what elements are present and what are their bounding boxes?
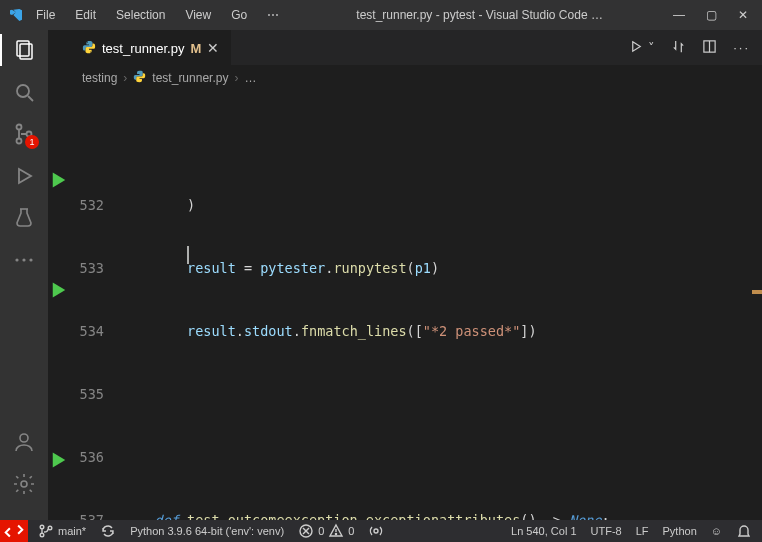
breadcrumb[interactable]: testing › test_runner.py › …: [70, 66, 762, 90]
warning-count: 0: [348, 525, 354, 537]
tab-modified-marker: M: [190, 41, 201, 56]
svg-point-9: [15, 258, 18, 261]
run-debug-icon[interactable]: [12, 164, 36, 188]
broadcast-icon: [368, 523, 384, 539]
line-number: 535: [70, 384, 122, 405]
svg-marker-16: [53, 453, 66, 468]
breadcrumb-file[interactable]: test_runner.py: [152, 71, 228, 85]
svg-marker-7: [19, 169, 31, 183]
tab-bar: test_runner.py M ✕ ˅ ···: [70, 30, 762, 66]
editor-tab[interactable]: test_runner.py M ✕: [70, 30, 231, 65]
svg-point-5: [17, 139, 22, 144]
live-share[interactable]: [368, 523, 384, 539]
window-controls: — ▢ ✕: [672, 8, 754, 22]
menu-selection[interactable]: Selection: [108, 4, 173, 26]
tab-close-button[interactable]: ✕: [207, 40, 219, 56]
window-title: test_runner.py - pytest - Visual Studio …: [291, 8, 668, 22]
line-number: 533: [70, 258, 122, 279]
menu-view[interactable]: View: [177, 4, 219, 26]
svg-point-11: [29, 258, 32, 261]
editor-actions: ˅ ···: [629, 30, 762, 65]
eol[interactable]: LF: [636, 525, 649, 537]
minimize-button[interactable]: —: [672, 8, 686, 22]
breadcrumb-folder[interactable]: testing: [82, 71, 117, 85]
svg-point-2: [17, 85, 29, 97]
svg-marker-14: [53, 173, 66, 188]
cursor-position[interactable]: Ln 540, Col 1: [511, 525, 576, 537]
scm-badge: 1: [25, 135, 39, 149]
search-icon[interactable]: [12, 80, 36, 104]
svg-point-10: [22, 258, 25, 261]
error-count: 0: [318, 525, 324, 537]
language-mode[interactable]: Python: [663, 525, 697, 537]
titlebar: File Edit Selection View Go ⋯ test_runne…: [0, 0, 762, 30]
branch-icon: [38, 523, 54, 539]
more-icon[interactable]: [12, 248, 36, 272]
svg-point-21: [40, 533, 44, 537]
interpreter[interactable]: Python 3.9.6 64-bit ('env': venv): [130, 525, 284, 537]
run-test-glyph[interactable]: [49, 280, 69, 300]
run-dropdown-icon[interactable]: ˅: [648, 40, 655, 55]
run-test-glyph[interactable]: [49, 170, 69, 190]
remote-indicator[interactable]: [0, 520, 28, 542]
menu-go[interactable]: Go: [223, 4, 255, 26]
breadcrumb-more[interactable]: …: [244, 71, 256, 85]
testing-icon[interactable]: [12, 206, 36, 230]
minimap-marker: [752, 290, 762, 294]
diff-icon[interactable]: [671, 39, 686, 57]
explorer-icon[interactable]: [12, 38, 36, 62]
menu-more[interactable]: ⋯: [259, 4, 287, 26]
settings-gear-icon[interactable]: [12, 472, 36, 496]
notifications-icon[interactable]: [736, 523, 752, 539]
close-window-button[interactable]: ✕: [736, 8, 750, 22]
maximize-button[interactable]: ▢: [704, 8, 718, 22]
line-number: 532: [70, 195, 122, 216]
code-editor[interactable]: 532 ) 533 result = pytester.runpytest(p1…: [70, 90, 762, 520]
svg-point-28: [374, 529, 378, 533]
tab-filename: test_runner.py: [102, 41, 184, 56]
svg-marker-17: [633, 41, 641, 50]
sync-button[interactable]: [100, 523, 116, 539]
svg-point-20: [40, 525, 44, 529]
branch-label: main*: [58, 525, 86, 537]
svg-point-27: [336, 533, 337, 534]
text-cursor: [187, 246, 189, 264]
python-file-icon: [82, 40, 96, 57]
editor-area: test_runner.py M ✕ ˅ ··· testing: [70, 30, 762, 520]
svg-line-3: [28, 96, 33, 101]
error-icon: [298, 523, 314, 539]
more-actions-icon[interactable]: ···: [733, 40, 750, 55]
minimap[interactable]: [752, 90, 762, 520]
sync-icon: [100, 523, 116, 539]
svg-point-22: [48, 526, 52, 530]
svg-point-12: [20, 434, 28, 442]
breadcrumb-sep-icon: ›: [123, 71, 127, 85]
accounts-icon[interactable]: [12, 430, 36, 454]
run-gutter: [48, 30, 70, 520]
svg-marker-15: [53, 283, 66, 298]
warning-icon: [328, 523, 344, 539]
run-file-button[interactable]: [629, 39, 644, 57]
vscode-logo-icon: [8, 7, 24, 23]
menu-file[interactable]: File: [28, 4, 63, 26]
split-editor-icon[interactable]: [702, 39, 717, 57]
menu-edit[interactable]: Edit: [67, 4, 104, 26]
line-number: 537: [70, 510, 122, 520]
problems[interactable]: 0 0: [298, 523, 354, 539]
source-control-icon[interactable]: 1: [12, 122, 36, 146]
feedback-icon[interactable]: ☺: [711, 525, 722, 537]
status-bar: main* Python 3.9.6 64-bit ('env': venv) …: [0, 520, 762, 542]
run-test-glyph[interactable]: [49, 450, 69, 470]
git-branch[interactable]: main*: [38, 523, 86, 539]
python-file-icon: [133, 70, 146, 86]
activity-bar: 1: [0, 30, 48, 520]
encoding[interactable]: UTF-8: [591, 525, 622, 537]
line-number: 536: [70, 447, 122, 468]
line-number: 534: [70, 321, 122, 342]
breadcrumb-sep-icon: ›: [234, 71, 238, 85]
svg-point-13: [21, 481, 27, 487]
main-area: 1: [0, 30, 762, 520]
svg-point-4: [17, 125, 22, 130]
